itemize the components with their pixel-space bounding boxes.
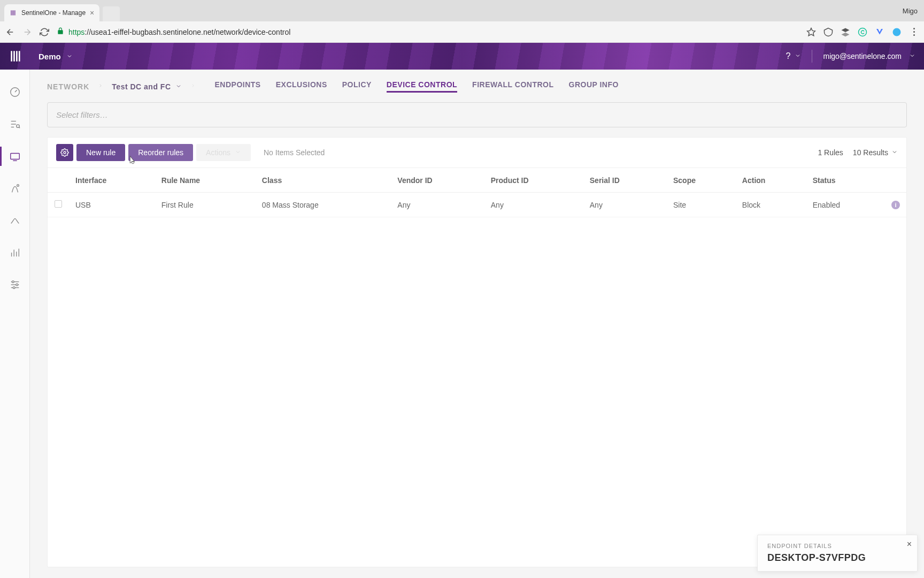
reload-button[interactable] bbox=[40, 27, 49, 37]
actions-label: Actions bbox=[206, 148, 230, 157]
search-list-icon[interactable] bbox=[9, 118, 21, 131]
browser-address-bar: https://usea1-eiffel-bugbash.sentinelone… bbox=[0, 21, 924, 43]
buffer-icon[interactable] bbox=[841, 27, 850, 37]
col-interface[interactable]: Interface bbox=[69, 168, 155, 193]
scope-switcher[interactable]: Test DC and FC bbox=[112, 82, 181, 91]
chevron-down-icon bbox=[175, 82, 182, 91]
grammarly-icon[interactable] bbox=[858, 27, 867, 37]
row-checkbox[interactable] bbox=[55, 200, 62, 208]
sentinelone-favicon bbox=[10, 9, 17, 17]
help-menu[interactable]: ? bbox=[786, 51, 802, 61]
svg-marker-4 bbox=[807, 28, 815, 35]
chevron-right-icon bbox=[98, 81, 103, 92]
results-per-page[interactable]: 10 Results bbox=[853, 148, 898, 157]
cell-product-id: Any bbox=[484, 193, 583, 217]
cell-interface: USB bbox=[69, 193, 155, 217]
svg-marker-5 bbox=[842, 28, 850, 32]
rules-toolbar: New rule Reorder rules Actions No Items … bbox=[48, 138, 906, 168]
tab-group-info[interactable]: GROUP INFO bbox=[569, 80, 619, 93]
tab-endpoints[interactable]: ENDPOINTS bbox=[215, 80, 261, 93]
forward-button[interactable] bbox=[22, 27, 32, 37]
site-switcher[interactable]: Demo bbox=[38, 52, 73, 61]
rules-panel: New rule Reorder rules Actions No Items … bbox=[47, 137, 907, 567]
results-label: 10 Results bbox=[853, 148, 888, 157]
ext-v-icon[interactable] bbox=[875, 27, 884, 37]
close-icon[interactable]: × bbox=[90, 9, 94, 17]
table-row[interactable]: USB First Rule 08 Mass Storage Any Any A… bbox=[48, 193, 906, 217]
svg-rect-1 bbox=[12, 10, 13, 15]
col-status[interactable]: Status bbox=[806, 168, 885, 193]
cell-action: Block bbox=[736, 193, 806, 217]
activity-icon[interactable] bbox=[9, 182, 21, 195]
rules-table: Interface Rule Name Class Vendor ID Prod… bbox=[48, 168, 906, 217]
url-path: ://usea1-eiffel-bugbash.sentinelone.net/… bbox=[84, 28, 290, 36]
network-icon[interactable] bbox=[9, 150, 21, 163]
chevron-down-icon bbox=[235, 148, 241, 157]
url-field[interactable]: https://usea1-eiffel-bugbash.sentinelone… bbox=[57, 27, 799, 36]
pocket-icon[interactable] bbox=[823, 27, 833, 37]
chevron-down-icon bbox=[66, 52, 73, 61]
svg-rect-19 bbox=[10, 154, 19, 159]
star-icon[interactable] bbox=[806, 27, 816, 37]
browser-profile[interactable]: Migo bbox=[903, 0, 918, 21]
svg-rect-2 bbox=[13, 10, 14, 15]
tab-row: ENDPOINTS EXCLUSIONS POLICY DEVICE CONTR… bbox=[215, 80, 619, 93]
col-serial-id[interactable]: Serial ID bbox=[583, 168, 667, 193]
tab-firewall-control[interactable]: FIREWALL CONTROL bbox=[472, 80, 553, 93]
help-label: ? bbox=[786, 51, 791, 61]
browser-tab-bar: SentinelOne - Manage × Migo bbox=[0, 0, 924, 21]
ext-chat-icon[interactable] bbox=[892, 27, 902, 37]
cell-scope: Site bbox=[667, 193, 736, 217]
selection-status: No Items Selected bbox=[264, 148, 325, 157]
svg-rect-10 bbox=[13, 51, 15, 62]
toast-title: DESKTOP-S7VFPDG bbox=[767, 552, 907, 564]
new-rule-button[interactable]: New rule bbox=[76, 144, 125, 161]
cell-serial-id: Any bbox=[583, 193, 667, 217]
svg-rect-11 bbox=[16, 51, 18, 62]
new-tab-button[interactable] bbox=[103, 6, 120, 21]
tab-device-control[interactable]: DEVICE CONTROL bbox=[387, 80, 457, 93]
gear-button[interactable] bbox=[56, 144, 73, 161]
close-icon[interactable]: × bbox=[907, 539, 912, 549]
dashboard-icon[interactable] bbox=[9, 86, 21, 98]
svg-point-8 bbox=[893, 28, 901, 36]
main-content: NETWORK Test DC and FC ENDPOINTS EXCLUSI… bbox=[30, 70, 924, 578]
col-scope[interactable]: Scope bbox=[667, 168, 736, 193]
tab-policy[interactable]: POLICY bbox=[342, 80, 372, 93]
filter-input[interactable]: Select filters… bbox=[47, 102, 907, 127]
cell-status: Enabled bbox=[806, 193, 885, 217]
reorder-rules-button[interactable]: Reorder rules bbox=[128, 144, 193, 161]
svg-rect-0 bbox=[11, 10, 11, 15]
browser-tab[interactable]: SentinelOne - Manage × bbox=[4, 4, 99, 21]
cell-rule-name: First Rule bbox=[155, 193, 256, 217]
side-rail bbox=[0, 70, 30, 578]
breadcrumb-root[interactable]: NETWORK bbox=[47, 82, 89, 91]
settings-icon[interactable] bbox=[9, 278, 21, 291]
col-action[interactable]: Action bbox=[736, 168, 806, 193]
reports-icon[interactable] bbox=[9, 246, 21, 259]
sentinelone-logo[interactable] bbox=[9, 49, 24, 64]
svg-rect-12 bbox=[19, 51, 20, 62]
svg-rect-3 bbox=[14, 10, 15, 15]
svg-point-29 bbox=[12, 281, 14, 283]
user-menu[interactable]: migo@sentinelone.com bbox=[823, 52, 915, 60]
kebab-menu-icon[interactable] bbox=[909, 27, 919, 37]
user-email: migo@sentinelone.com bbox=[823, 52, 902, 60]
col-vendor-id[interactable]: Vendor ID bbox=[391, 168, 484, 193]
divider bbox=[812, 50, 812, 63]
chevron-down-icon bbox=[891, 148, 898, 157]
chevron-down-icon bbox=[909, 52, 915, 60]
tab-exclusions[interactable]: EXCLUSIONS bbox=[276, 80, 327, 93]
info-icon[interactable]: i bbox=[891, 201, 900, 209]
col-product-id[interactable]: Product ID bbox=[484, 168, 583, 193]
svg-point-32 bbox=[64, 151, 66, 154]
app-header: Demo ? migo@sentinelone.com bbox=[0, 43, 924, 70]
back-button[interactable] bbox=[5, 27, 15, 37]
incidents-icon[interactable] bbox=[9, 214, 21, 227]
col-class[interactable]: Class bbox=[256, 168, 391, 193]
endpoint-details-toast[interactable]: × ENDPOINT DETAILS DESKTOP-S7VFPDG bbox=[757, 535, 918, 572]
svg-marker-6 bbox=[842, 32, 850, 36]
extension-icons bbox=[823, 27, 919, 37]
toast-label: ENDPOINT DETAILS bbox=[767, 543, 907, 549]
col-rule-name[interactable]: Rule Name bbox=[155, 168, 256, 193]
